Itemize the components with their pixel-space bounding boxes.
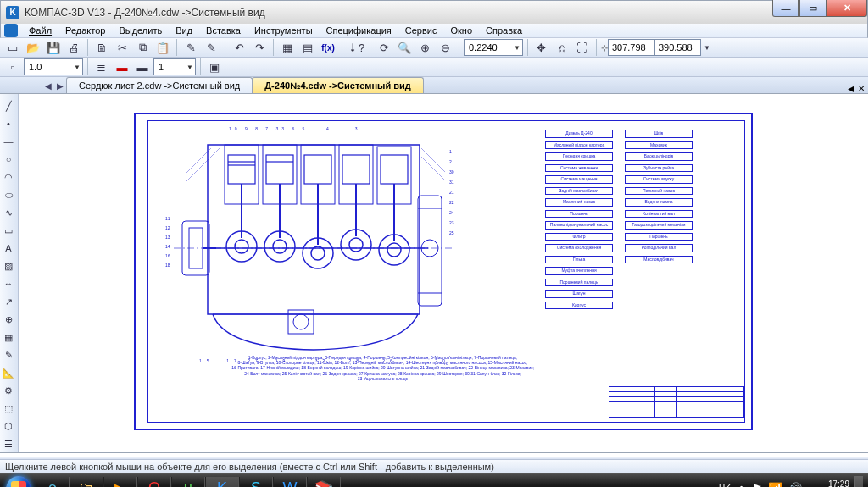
circle-tool[interactable]: ○	[0, 151, 17, 168]
menu-service[interactable]: Сервис	[399, 24, 443, 37]
tabs-close[interactable]: ✕	[858, 84, 865, 93]
save-button[interactable]: 💾	[44, 38, 63, 57]
menu-view[interactable]: Вид	[170, 24, 198, 37]
layer-states-button[interactable]: ≣	[92, 58, 111, 76]
taskbar-ie-icon[interactable]: e	[36, 477, 70, 488]
tabs-scroll-left[interactable]: ◀	[42, 79, 54, 93]
rect-tool[interactable]: ▭	[0, 222, 17, 239]
redo-button[interactable]: ↷	[250, 38, 269, 57]
svg-point-26	[349, 238, 363, 252]
taskbar-word-icon[interactable]: W	[273, 477, 307, 488]
table-tool[interactable]: ▦	[0, 329, 17, 346]
taskbar-winrar-icon[interactable]: 📚	[307, 477, 341, 488]
parametrize-tool[interactable]: ⚙	[0, 382, 17, 399]
refresh-button[interactable]: ⟳	[375, 38, 393, 57]
coord-y-input[interactable]: 390.588	[654, 39, 701, 56]
hatch-tool[interactable]: ▨	[0, 257, 17, 274]
menu-window[interactable]: Окно	[444, 24, 478, 37]
preview-button[interactable]: 🗎	[92, 38, 111, 57]
zoom-out-button[interactable]: ⊖	[436, 38, 454, 57]
tray-safe-remove-icon[interactable]: ⏏	[736, 482, 747, 488]
tray-flag-icon[interactable]: ⚑	[752, 482, 763, 488]
dimension-tool[interactable]: ↔	[0, 275, 17, 292]
tray-volume-icon[interactable]: 🔊	[787, 482, 802, 488]
tray-time[interactable]: 17:29	[807, 479, 849, 488]
menu-help[interactable]: Справка	[480, 24, 528, 37]
copy-button[interactable]: ⧉	[133, 38, 152, 57]
zoom-window-button[interactable]: 🔍	[395, 38, 414, 57]
menu-insert[interactable]: Вставка	[200, 24, 247, 37]
drawing-canvas[interactable]: 10 9 8 7 33 6 5 4 3 111213141618 1230312…	[19, 94, 868, 452]
close-button[interactable]: ✕	[826, 0, 867, 17]
scale-combo[interactable]: 1.0▼	[24, 58, 83, 75]
svg-rect-11	[304, 155, 331, 184]
view-create-button[interactable]: ▫	[3, 58, 22, 76]
tray-network-icon[interactable]: 📶	[768, 482, 782, 488]
cut-button[interactable]: ✂	[113, 38, 131, 57]
measure-tool[interactable]: 📐	[0, 364, 17, 381]
language-indicator[interactable]: UK	[719, 484, 731, 487]
menu-edit[interactable]: Редактор	[59, 24, 111, 37]
layer-combo[interactable]: 1▼	[153, 58, 196, 75]
print-button[interactable]: 🖨	[64, 38, 83, 57]
start-button[interactable]	[2, 476, 36, 488]
leader-tool[interactable]: ↗	[0, 293, 17, 310]
point-tool[interactable]: •	[0, 115, 17, 132]
zoom-combo[interactable]: 0.2240▼	[464, 39, 523, 56]
menu-tools[interactable]: Инструменты	[248, 24, 319, 37]
help-cursor-button[interactable]: ⭳?	[347, 38, 365, 57]
minimize-button[interactable]: —	[772, 0, 799, 17]
menu-spec[interactable]: Спецификация	[320, 24, 398, 37]
taskbar-explorer-icon[interactable]: 🗂	[70, 477, 103, 488]
tabs-nav-prev[interactable]: ◀	[848, 84, 854, 93]
tab-doc-2[interactable]: Д-240№4.cdw ->Системный вид	[252, 77, 424, 93]
selection-tool[interactable]: ⬚	[0, 400, 17, 417]
geometry-tool[interactable]: ╱	[0, 97, 17, 114]
show-desktop-button[interactable]	[854, 476, 863, 488]
properties-button[interactable]: ✎	[181, 38, 200, 57]
zoom-in-button[interactable]: ⊕	[415, 38, 434, 57]
coord-dd-button[interactable]: ▼	[701, 38, 713, 57]
coord-x-input[interactable]: 307.798	[608, 39, 654, 56]
diagram-box: Система живлення	[545, 164, 613, 173]
spline-tool[interactable]: ∿	[0, 204, 17, 221]
taskbar-utorrent-icon[interactable]: μ	[171, 477, 205, 488]
drawing-frame: 10 9 8 7 33 6 5 4 3 111213141618 1230312…	[147, 120, 745, 423]
zoom-fit-button[interactable]: ⛶	[573, 38, 592, 57]
menu-file[interactable]: Файл	[23, 24, 58, 37]
undo-button[interactable]: ↶	[230, 38, 248, 57]
zoom-prev-button[interactable]: ⎌	[553, 38, 571, 57]
pan-button[interactable]: ✥	[532, 38, 551, 57]
copy-props-button[interactable]: ✎	[202, 38, 220, 57]
text-tool[interactable]: A	[0, 240, 17, 257]
new-button[interactable]: ▭	[3, 38, 22, 57]
taskbar-skype-icon[interactable]: S	[239, 477, 273, 488]
fx-button[interactable]: f(x)	[319, 38, 337, 57]
layer-color-button[interactable]: ▬	[113, 58, 131, 76]
taskbar-opera-icon[interactable]: O	[137, 477, 171, 488]
maximize-button[interactable]: ▭	[799, 0, 826, 17]
paste-button[interactable]: 📋	[153, 38, 172, 57]
diagram-box: Шків	[625, 130, 693, 138]
svg-rect-13	[381, 155, 408, 184]
parts-legend: 1-Корпус; 2-Масляний піддон картера; 3-П…	[174, 355, 592, 381]
layers-button[interactable]: ▤	[298, 38, 317, 57]
ellipse-tool[interactable]: ⬭	[0, 186, 17, 203]
tabs-scroll-right[interactable]: ▶	[54, 79, 66, 93]
diagram-box: Корпус	[545, 302, 613, 310]
axis-tool[interactable]: ⊕	[0, 311, 17, 328]
layer-style-button[interactable]: ▬	[133, 58, 152, 76]
menu-select[interactable]: Выделить	[113, 24, 168, 37]
arc-tool[interactable]: ◠	[0, 169, 17, 185]
edit-tool[interactable]: ✎	[0, 346, 17, 363]
grid-button[interactable]: ▦	[278, 38, 297, 57]
layer-visible-button[interactable]: ▣	[205, 58, 224, 76]
line-tool[interactable]: —	[0, 133, 17, 150]
taskbar-kompas-icon[interactable]: K	[205, 477, 239, 488]
assoc-tool[interactable]: ⬡	[0, 418, 17, 434]
taskbar-wmp-icon[interactable]: ▶	[103, 477, 137, 488]
system-tray: UK ⏏ ⚑ 📶 🔊 17:29 12.03.2013	[719, 476, 866, 488]
tab-doc-1[interactable]: Сердюк лист 2.cdw ->Системный вид	[66, 77, 253, 93]
open-button[interactable]: 📂	[24, 38, 42, 57]
spec-tool[interactable]: ☰	[0, 435, 17, 452]
